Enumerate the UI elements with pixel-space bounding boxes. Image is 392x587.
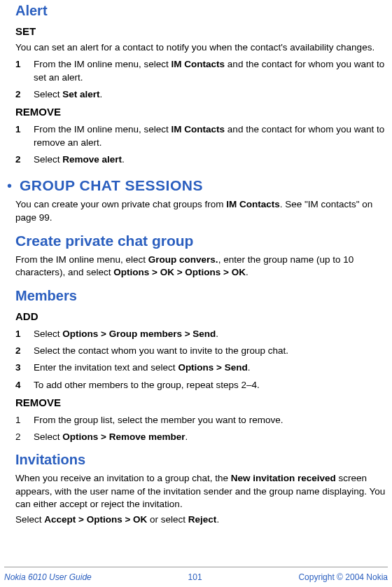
bold-text: Reject: [188, 514, 217, 525]
alert-remove-step2: 2 Select Remove alert.: [15, 153, 386, 166]
text: From the IM online menu, select: [34, 59, 172, 69]
text: or select: [147, 514, 188, 525]
alert-set-step1: 1 From the IM online menu, select IM Con…: [15, 58, 386, 83]
step-body: From the group list, select the member y…: [34, 414, 386, 427]
text: From the IM online menu, select: [34, 124, 172, 134]
bold-text: Accept > Options > OK: [44, 514, 147, 525]
invitations-p2: Select Accept > Options > OK or select R…: [15, 513, 386, 526]
bold-text: IM Contacts: [172, 124, 225, 134]
bold-text: Group convers.: [148, 254, 218, 265]
text: .: [185, 431, 188, 442]
add-step3: 3 Enter the invitation text and select O…: [15, 361, 386, 374]
text: .: [100, 89, 103, 99]
heading-text: GROUP CHAT SESSIONS: [20, 176, 203, 195]
create-group-text: From the IM online menu, elect Group con…: [15, 254, 386, 279]
bold-text: IM Contacts: [226, 199, 280, 209]
heading-add: ADD: [15, 310, 386, 324]
add-step4: 4 To add other members to the group, rep…: [15, 379, 386, 392]
step-body: Select Set alert.: [34, 88, 386, 101]
bold-text: Set alert: [62, 89, 99, 99]
step-number: 4: [15, 379, 34, 392]
text: From the IM online menu, elect: [15, 254, 148, 265]
heading-alert: Alert: [15, 1, 386, 20]
step-number: 2: [15, 345, 34, 357]
step-number: 1: [15, 414, 34, 427]
step-body: Select Options > Group members > Send.: [34, 328, 386, 340]
bold-text: Options > Remove member: [62, 431, 185, 442]
remove-step1: 1 From the group list, select the member…: [15, 414, 386, 427]
bullet-icon: •: [7, 177, 20, 195]
text: .: [216, 514, 219, 525]
step-body: Select Options > Remove member.: [34, 431, 386, 443]
remove-step2: 2 Select Options > Remove member.: [15, 431, 386, 443]
bold-text: Remove alert: [62, 154, 122, 165]
invitations-p1: When you receive an invitation to a grou…: [15, 472, 386, 511]
footer-rule: [4, 567, 388, 567]
group-intro: You can create your own private chat gro…: [15, 198, 386, 223]
bold-text: Options > OK > Options > OK: [113, 267, 246, 277]
text: Enter the invitation text and select: [34, 362, 178, 373]
alert-set-intro: You can set an alert for a contact to no…: [15, 41, 386, 54]
alert-remove-step1: 1 From the IM online menu, select IM Con…: [15, 123, 386, 149]
add-step1: 1 Select Options > Group members > Send.: [15, 328, 386, 340]
step-body: Select Remove alert.: [34, 153, 386, 166]
step-body: To add other members to the group, repea…: [34, 379, 386, 392]
step-number: 1: [15, 123, 34, 149]
heading-members: Members: [15, 286, 386, 305]
step-number: 3: [15, 361, 34, 374]
text: Select: [34, 89, 62, 99]
page-number: 101: [188, 572, 202, 583]
bold-text: IM Contacts: [172, 59, 225, 69]
step-number: 2: [15, 88, 34, 101]
heading-set: SET: [15, 25, 386, 39]
bold-text: Options > Group members > Send: [62, 329, 216, 339]
footer-left: Nokia 6010 User Guide: [4, 572, 92, 583]
heading-remove: REMOVE: [15, 105, 386, 119]
text: You can create your own private chat gro…: [15, 199, 226, 209]
step-body: From the IM online menu, select IM Conta…: [34, 123, 386, 149]
heading-remove-member: REMOVE: [15, 396, 386, 410]
step-number: 1: [15, 58, 34, 83]
step-body: Select the contact whom you want to invi…: [34, 345, 386, 357]
text: Select: [34, 329, 62, 339]
heading-invitations: Invitations: [15, 450, 386, 469]
add-step2: 2 Select the contact whom you want to in…: [15, 345, 386, 357]
text: .: [246, 267, 248, 277]
text: Select: [34, 431, 62, 442]
step-body: Enter the invitation text and select Opt…: [34, 361, 386, 374]
page-footer: Nokia 6010 User Guide 101 Copyright © 20…: [0, 572, 392, 583]
text: When you receive an invitation to a grou…: [15, 473, 231, 483]
text: Select: [34, 154, 62, 165]
step-number: 2: [15, 153, 34, 166]
step-number: 2: [15, 431, 34, 443]
footer-right: Copyright © 2004 Nokia: [298, 572, 388, 583]
bold-text: Options > Send: [178, 362, 247, 373]
text: Select: [15, 514, 44, 525]
step-number: 1: [15, 328, 34, 340]
heading-create-private-chat-group: Create private chat group: [15, 231, 386, 251]
text: .: [122, 154, 125, 165]
bold-text: New invitation received: [231, 473, 336, 483]
text: .: [248, 362, 251, 373]
alert-set-step2: 2 Select Set alert.: [15, 88, 386, 101]
step-body: From the IM online menu, select IM Conta…: [34, 58, 386, 83]
heading-group-chat-sessions: • GROUP CHAT SESSIONS: [7, 176, 386, 195]
text: .: [216, 329, 218, 339]
